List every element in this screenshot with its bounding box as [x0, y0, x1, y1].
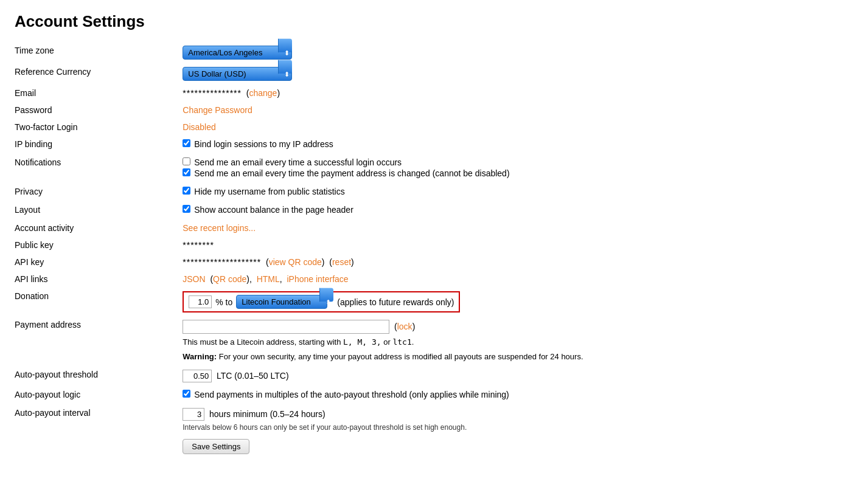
password-label: Password — [15, 102, 183, 119]
notifications-payment-row: Send me an email every time the payment … — [183, 168, 837, 178]
auto-payout-threshold-suffix: LTC (0.01–50 LTC) — [217, 371, 289, 381]
privacy-checkbox[interactable] — [183, 187, 190, 195]
reference-currency-select[interactable]: US Dollar (USD) Euro (EUR) British Pound… — [183, 67, 292, 81]
api-links-qr[interactable]: QR code — [213, 274, 246, 284]
account-activity-link[interactable]: See recent logins... — [183, 223, 256, 233]
layout-checkbox-label[interactable]: Show account balance in the page header — [194, 205, 353, 215]
account-activity-label: Account activity — [15, 219, 183, 236]
email-change-link[interactable]: change — [249, 88, 277, 98]
auto-payout-interval-input[interactable] — [183, 408, 204, 421]
layout-checkbox[interactable] — [183, 205, 190, 213]
notifications-label: Notifications — [15, 154, 183, 183]
public-key-label: Public key — [15, 236, 183, 254]
donation-amount-input[interactable] — [189, 295, 212, 308]
layout-label: Layout — [15, 201, 183, 219]
auto-payout-logic-label: Auto-payout logic — [15, 386, 183, 404]
timezone-label: Time zone — [15, 42, 183, 63]
api-links-iphone[interactable]: iPhone interface — [287, 274, 348, 284]
layout-row: Show account balance in the page header — [183, 205, 837, 215]
api-links-html[interactable]: HTML — [257, 274, 280, 284]
api-key-reset-link[interactable]: reset — [332, 257, 351, 267]
api-links-label: API links — [15, 271, 183, 288]
donation-recipient-select[interactable]: Litecoin Foundation None — [236, 295, 327, 309]
change-password-link[interactable]: Change Password — [183, 105, 252, 115]
payment-address-lock-link[interactable]: lock — [397, 322, 412, 331]
reference-currency-select-wrapper: US Dollar (USD) Euro (EUR) British Pound… — [183, 67, 292, 81]
donation-percent-to: % to — [215, 297, 232, 307]
payment-address-info: This must be a Litecoin address, startin… — [183, 336, 837, 348]
api-links-json[interactable]: JSON — [183, 274, 205, 284]
donation-container: % to Litecoin Foundation None (applies t… — [183, 291, 460, 312]
donation-label: Donation — [15, 288, 183, 316]
notifications-login-label[interactable]: Send me an email every time a successful… — [194, 157, 402, 167]
two-factor-label: Two-factor Login — [15, 119, 183, 136]
auto-payout-interval-label: Auto-payout interval — [15, 404, 183, 435]
payment-address-warning: Warning: For your own security, any time… — [183, 351, 837, 363]
api-key-masked: ******************** — [183, 257, 261, 267]
timezone-select[interactable]: America/Los Angeles America/New_York Eur… — [183, 46, 292, 60]
payment-address-input[interactable] — [183, 320, 389, 334]
auto-payout-logic-checkbox[interactable] — [183, 390, 190, 398]
public-key-masked: ******** — [183, 240, 214, 250]
timezone-select-wrapper: America/Los Angeles America/New_York Eur… — [183, 46, 292, 60]
auto-payout-interval-note: Intervals below 6 hours can only be set … — [183, 423, 837, 432]
email-label: Email — [15, 85, 183, 102]
auto-payout-interval-suffix: hours minimum (0.5–24 hours) — [209, 409, 325, 419]
notifications-login-checkbox[interactable] — [183, 157, 190, 165]
payment-address-label: Payment address — [15, 316, 183, 366]
notifications-login-row: Send me an email every time a successful… — [183, 157, 837, 167]
two-factor-status[interactable]: Disabled — [183, 122, 215, 132]
notifications-payment-checkbox[interactable] — [183, 168, 190, 176]
auto-payout-threshold-input[interactable] — [183, 370, 212, 382]
ip-binding-checkbox-label[interactable]: Bind login sessions to my IP address — [194, 139, 333, 149]
email-masked: *************** — [183, 88, 242, 98]
page-title: Account Settings — [15, 12, 841, 31]
auto-payout-logic-checkbox-label[interactable]: Send payments in multiples of the auto-p… — [194, 390, 509, 399]
donation-applies-text: (applies to future rewards only) — [337, 297, 454, 307]
save-settings-button[interactable]: Save Settings — [183, 439, 249, 454]
reference-currency-label: Reference Currency — [15, 63, 183, 85]
donation-recipient-wrapper: Litecoin Foundation None — [236, 295, 333, 309]
api-key-label: API key — [15, 254, 183, 271]
api-key-view-qr-link[interactable]: view QR code — [269, 257, 322, 267]
ip-binding-row: Bind login sessions to my IP address — [183, 139, 837, 149]
auto-payout-logic-row: Send payments in multiples of the auto-p… — [183, 390, 837, 399]
privacy-row: Hide my username from public statistics — [183, 187, 837, 196]
notifications-payment-label[interactable]: Send me an email every time the payment … — [194, 168, 509, 178]
ip-binding-label: IP binding — [15, 136, 183, 154]
privacy-checkbox-label[interactable]: Hide my username from public statistics — [194, 187, 344, 196]
privacy-label: Privacy — [15, 183, 183, 201]
auto-payout-threshold-label: Auto-payout threshold — [15, 366, 183, 386]
ip-binding-checkbox[interactable] — [183, 139, 190, 147]
